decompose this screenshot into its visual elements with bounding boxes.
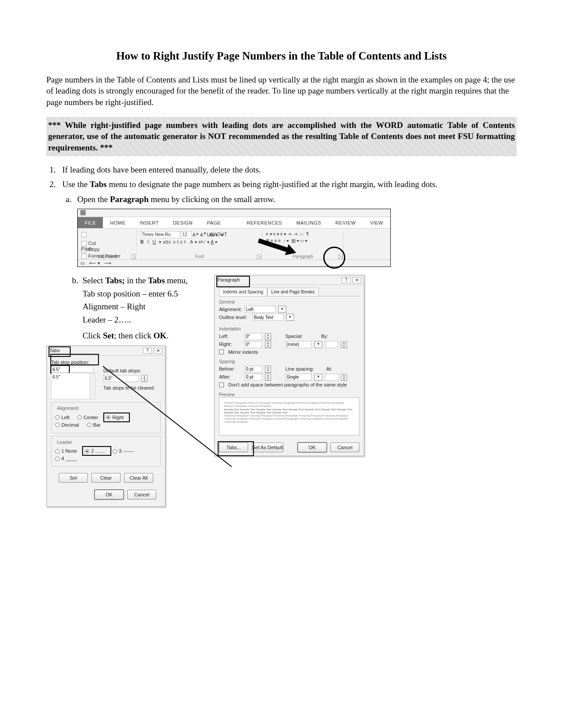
dropdown-icon-3[interactable]: ▼: [314, 341, 322, 348]
special-label: Special:: [285, 333, 302, 340]
leader-3-radio[interactable]: 3 -------: [113, 448, 134, 454]
line-spacing-label: Line spacing:: [285, 366, 314, 372]
alignment-center-radio[interactable]: Center: [77, 414, 98, 421]
to-be-cleared-label: Tab stops to be cleared:: [103, 385, 161, 391]
tab-stop-position-input[interactable]: [51, 366, 94, 373]
spinner-icon-7[interactable]: ▲▼: [341, 374, 347, 381]
alignment-bar-radio[interactable]: Bar: [87, 422, 101, 428]
alignment-right-radio[interactable]: Right: [106, 414, 124, 421]
spacing-after-input[interactable]: [245, 374, 262, 381]
para-cancel-button[interactable]: Cancel: [330, 443, 359, 452]
leader-2-label: 2 .......: [91, 448, 105, 454]
ribbon-tab-file[interactable]: FILE: [78, 217, 103, 228]
sub-b-line3: Leader – 2…..: [83, 314, 205, 326]
line-spacing-select[interactable]: [285, 374, 312, 381]
step-2-text-a: Use the: [62, 180, 90, 189]
at-input[interactable]: [325, 374, 338, 381]
page-title: How to Right Justify Page Numbers in the…: [46, 49, 517, 64]
clear-all-button[interactable]: Clear All: [124, 473, 153, 483]
cut-label[interactable]: Cut: [88, 240, 96, 246]
clipboard-launcher-icon[interactable]: ↘: [132, 255, 136, 259]
dont-add-space-checkbox[interactable]: [219, 383, 224, 387]
font-name-box[interactable]: Times New Ro: [140, 231, 180, 238]
ribbon-tab-view[interactable]: VIEW: [363, 217, 390, 228]
para-ok-button[interactable]: OK: [298, 443, 327, 452]
ribbon-tab-references[interactable]: REFERENCES: [240, 217, 289, 228]
set-button[interactable]: Set: [59, 473, 88, 483]
leader-4-radio[interactable]: 4 ____: [55, 455, 77, 462]
spinner-icon-4[interactable]: ▲▼: [341, 341, 347, 348]
close-icon[interactable]: ✕: [154, 348, 162, 354]
leader-2-radio[interactable]: 2 .......: [85, 448, 105, 454]
leader-1-radio[interactable]: 1 None: [55, 448, 77, 454]
tabs-button[interactable]: Tabs...: [219, 443, 248, 452]
word-app-icon: [80, 210, 86, 215]
clear-button[interactable]: Clear: [91, 473, 121, 483]
spacing-before-input[interactable]: [245, 366, 262, 373]
special-select[interactable]: [285, 341, 312, 348]
spinner-icon-2[interactable]: ▲▼: [265, 333, 271, 340]
sub-b-line1: Tab stop position – enter 6.5: [83, 288, 205, 300]
step-2-text-c: menu to designate the page numbers as be…: [107, 180, 438, 189]
leader-group-label: Leader: [55, 439, 74, 446]
alignment-bar-label: Bar: [93, 422, 101, 428]
dropdown-icon-4[interactable]: ▼: [314, 374, 322, 381]
tabs-cancel-button[interactable]: Cancel: [127, 490, 156, 499]
preview-label: Preview: [219, 392, 359, 398]
paragraph-launcher-icon[interactable]: ↘: [338, 255, 343, 259]
sub-b-click-a: Click: [83, 331, 103, 340]
paragraph-group-label: Paragraph: [293, 254, 314, 259]
font-size-box[interactable]: 12: [181, 231, 192, 238]
clipboard-group-label: Clipboard: [98, 254, 117, 259]
tab-line-page-breaks[interactable]: Line and Page Breaks: [267, 288, 318, 296]
spacing-after-label: After:: [219, 374, 242, 380]
spinner-icon-3[interactable]: ▲▼: [265, 341, 271, 348]
ribbon-tab-review[interactable]: REVIEW: [328, 217, 363, 228]
cut-icon: [81, 241, 87, 246]
step-2a: Open the Paragraph menu by clicking on t…: [74, 194, 517, 267]
para-close-icon[interactable]: ✕: [352, 277, 361, 283]
step-2-bold: Tabs: [90, 180, 106, 189]
indent-left-input[interactable]: [245, 333, 262, 340]
alignment-left-radio[interactable]: Left: [55, 414, 69, 421]
leader-3-label: 3 -------: [119, 448, 134, 454]
paragraph-dialog-title: Paragraph: [217, 277, 240, 283]
step-2b-b1: Tabs;: [105, 276, 125, 285]
spinner-icon-6[interactable]: ▲▼: [265, 374, 271, 381]
outline-level-select[interactable]: [253, 314, 283, 321]
alignment-decimal-label: Decimal: [61, 422, 79, 428]
indent-right-input[interactable]: [245, 341, 262, 348]
dont-add-space-label: Don't add space between paragraphs of th…: [228, 382, 347, 388]
tab-stop-list-item[interactable]: 6.5": [53, 374, 94, 380]
mirror-indents-checkbox[interactable]: [219, 349, 224, 354]
step-2b-a: Select: [83, 276, 105, 285]
ribbon-tab-design[interactable]: DESIGN: [166, 217, 200, 228]
font-launcher-icon[interactable]: ↘: [257, 255, 261, 259]
tab-indents-spacing[interactable]: Indents and Spacing: [219, 288, 267, 296]
help-icon[interactable]: ?: [143, 348, 152, 354]
by-input[interactable]: [325, 341, 338, 348]
alignment-decimal-radio[interactable]: Decimal: [55, 422, 79, 428]
spinner-icon-5[interactable]: ▲▼: [265, 366, 271, 373]
intro-paragraph: Page numbers in the Table of Contents an…: [46, 74, 517, 108]
spinner-icon[interactable]: ▲▼: [141, 375, 147, 382]
ribbon-tab-home[interactable]: HOME: [103, 217, 132, 228]
dropdown-icon-2[interactable]: ▼: [286, 314, 294, 321]
tab-stop-list[interactable]: 6.5": [51, 373, 95, 399]
indent-left-label: Left:: [219, 333, 242, 340]
ribbon-tab-pagelayout[interactable]: PAGE LAYOUT: [200, 217, 240, 228]
leader-1-label: 1 None: [61, 448, 77, 454]
set-as-default-button[interactable]: Set As Default: [252, 443, 283, 452]
ribbon-tab-mailings[interactable]: MAILINGS: [289, 217, 329, 228]
paste-icon: [81, 232, 87, 237]
ribbon-tab-insert[interactable]: INSERT: [132, 217, 166, 228]
paste-label[interactable]: Paste: [81, 246, 134, 252]
indentation-label: Indentation: [219, 326, 359, 332]
tabs-ok-button[interactable]: OK: [94, 490, 124, 499]
alignment-select[interactable]: [245, 306, 276, 313]
dropdown-icon[interactable]: ▼: [278, 306, 286, 313]
para-help-icon[interactable]: ?: [342, 277, 351, 283]
mirror-indents-label: Mirror indents: [228, 349, 258, 356]
step-2a-bold: Paragraph: [110, 195, 149, 204]
ribbon-screenshot: FILE HOME INSERT DESIGN PAGE LAYOUT REFE…: [77, 209, 391, 267]
